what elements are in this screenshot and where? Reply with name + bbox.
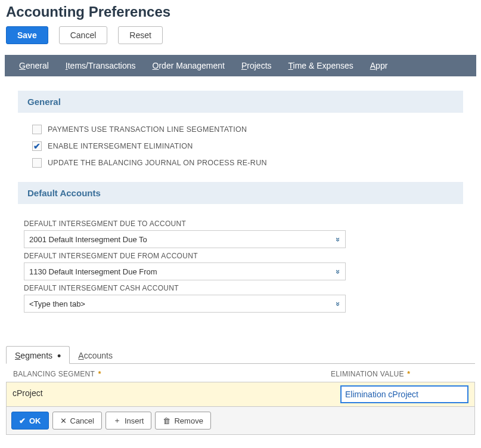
select-cash-account[interactable]: <Type then tab> » xyxy=(24,295,346,313)
field-label-due-from: DEFAULT INTERSEGMENT DUE FROM ACCOUNT xyxy=(24,252,457,260)
checkbox-label: ENABLE INTERSEGMENT ELIMINATION xyxy=(48,142,193,150)
checkbox-update-balancing[interactable] xyxy=(32,158,42,168)
grid-col-balancing-segment: BALANCING SEGMENT xyxy=(13,370,95,378)
grid-remove-button[interactable]: 🗑 Remove xyxy=(155,412,210,430)
subtab-accounts[interactable]: Accounts xyxy=(70,347,121,363)
grid-insert-button[interactable]: ＋ Insert xyxy=(105,412,152,430)
select-due-to-account[interactable]: 2001 Default Intersegment Due To » xyxy=(24,230,346,248)
cancel-button[interactable]: Cancel xyxy=(59,26,108,44)
checkbox-enable-intersegment[interactable]: ✔ xyxy=(32,141,42,151)
required-star-icon: * xyxy=(96,370,101,378)
tab-order-management[interactable]: Order Management xyxy=(144,56,233,75)
top-button-bar: Save Cancel Reset xyxy=(0,26,481,55)
field-label-cash: DEFAULT INTERSEGMENT CASH ACCOUNT xyxy=(24,284,457,292)
select-value: <Type then tab> xyxy=(29,299,85,308)
tab-items-transactions[interactable]: Items/Transactions xyxy=(57,56,144,75)
segments-grid: cProject ✔ OK ✕ Cancel ＋ Insert 🗑 Remove xyxy=(6,382,475,435)
grid-row[interactable]: cProject xyxy=(7,382,474,407)
tab-approval[interactable]: Appr xyxy=(362,56,396,75)
select-due-from-account[interactable]: 1130 Default Intersegment Due From » xyxy=(24,262,346,280)
plus-icon: ＋ xyxy=(113,415,121,426)
grid-ok-button[interactable]: ✔ OK xyxy=(11,412,49,430)
section-header-default-accounts: Default Accounts xyxy=(18,182,463,204)
dropdown-icon: » xyxy=(334,301,343,305)
select-value: 1130 Default Intersegment Due From xyxy=(29,267,157,276)
checkbox-label: UPDATE THE BALANCING JOURNAL ON PROCESS … xyxy=(48,159,267,167)
select-value: 2001 Default Intersegment Due To xyxy=(29,235,147,244)
checkbox-label: PAYMENTS USE TRANSACTION LINE SEGMENTATI… xyxy=(48,125,247,134)
grid-header: BALANCING SEGMENT * ELIMINATION VALUE * xyxy=(6,365,475,382)
dirty-indicator-icon: • xyxy=(54,350,61,362)
dropdown-icon: » xyxy=(334,237,343,241)
trash-icon: 🗑 xyxy=(163,416,170,425)
tab-projects[interactable]: Projects xyxy=(233,56,280,75)
x-icon: ✕ xyxy=(60,416,67,425)
subtab-segments[interactable]: Segments • xyxy=(6,346,70,364)
field-label-due-to: DEFAULT INTERSEGMENT DUE TO ACCOUNT xyxy=(24,220,457,228)
main-tab-bar: General Items/Transactions Order Managem… xyxy=(5,55,476,76)
save-button[interactable]: Save xyxy=(6,26,48,44)
tab-time-expenses[interactable]: Time & Expenses xyxy=(280,56,362,75)
section-header-general: General xyxy=(18,91,463,113)
dropdown-icon: » xyxy=(334,269,343,273)
checkbox-payments-line-seg[interactable] xyxy=(32,125,42,134)
grid-cell-balancing-segment[interactable]: cProject xyxy=(7,382,337,406)
grid-action-bar: ✔ OK ✕ Cancel ＋ Insert 🗑 Remove xyxy=(7,407,474,434)
reset-button[interactable]: Reset xyxy=(118,26,163,44)
check-icon: ✔ xyxy=(19,416,26,425)
required-star-icon: * xyxy=(405,370,411,378)
grid-col-elimination-value: ELIMINATION VALUE xyxy=(331,370,404,378)
page-title: Accounting Preferences xyxy=(0,0,481,26)
grid-cell-elimination-value-input[interactable] xyxy=(340,385,468,403)
grid-cancel-button[interactable]: ✕ Cancel xyxy=(52,412,102,430)
tab-general[interactable]: General xyxy=(11,56,57,75)
sub-tab-bar: Segments • Accounts xyxy=(6,346,475,364)
